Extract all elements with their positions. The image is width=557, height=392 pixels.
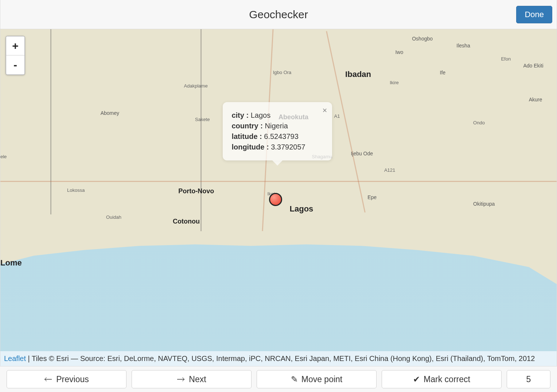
next-label: Next [189,374,206,384]
place-label: Efon [501,56,511,62]
counter-input[interactable] [507,370,550,388]
place-label: Lome [0,258,22,268]
place-label: Ondo [473,120,485,125]
place-label: Ado Ekiti [523,63,543,69]
place-label: Akure [529,97,542,102]
close-icon[interactable]: × [323,106,327,115]
place-label: Sakete [195,117,210,122]
done-button[interactable]: Done [516,6,552,23]
place-label: Ilesha [456,43,470,48]
place-label: Oshogbo [412,36,433,42]
popup-field: longitude : 3.3792057 [231,142,315,152]
place-label: Porto-Novo [178,187,214,195]
mark-correct-button[interactable]: ✔ Mark correct [382,370,502,388]
move-point-label: Move point [301,374,343,384]
popup-field: country : Nigeria [231,121,315,131]
place-label: Ikire [390,80,399,85]
popup-field: city : Lagos [231,110,315,121]
map-marker[interactable] [269,193,282,206]
place-label: ele [0,154,7,159]
footer-toolbar: 🡐 Previous 🡒 Next ✎ Move point ✔ Mark co… [0,366,557,392]
move-point-button[interactable]: ✎ Move point [257,370,377,388]
map-canvas[interactable]: OshogboIwoIleshaEfonAdo EkitiIfeIgbo Ora… [0,29,557,366]
place-label: Abomey [101,110,119,116]
place-label: Okitipupa [473,201,495,207]
place-label: Lokossa [67,187,85,193]
place-label: Ijebu Ode [351,151,373,156]
place-label: Epe [367,194,377,200]
place-label: Iwo [395,49,403,55]
place-label: Adakplame [184,83,208,89]
place-label: Ouidah [106,214,121,220]
marker-popup: × city : Lagoscountry : Nigerialatitude … [223,102,332,160]
place-label: Ibadan [345,70,371,79]
page-title: Geochecker [249,8,308,21]
leaflet-link[interactable]: Leaflet [4,354,26,362]
arrow-left-icon: 🡐 [44,374,52,384]
mark-correct-label: Mark correct [424,374,470,384]
ocean-shape [0,225,557,366]
popup-field: latitude : 6.5243793 [231,131,315,142]
previous-label: Previous [56,374,89,384]
previous-button[interactable]: 🡐 Previous [7,370,126,388]
map-attribution: Leaflet | Tiles © Esri — Source: Esri, D… [0,351,557,366]
arrow-right-icon: 🡒 [177,374,185,384]
zoom-control: + - [5,36,25,75]
check-icon: ✔ [413,374,420,384]
next-button[interactable]: 🡒 Next [132,370,252,388]
place-label: A1 [334,113,340,119]
attribution-text: | Tiles © Esri — Source: Esri, DeLorme, … [26,354,535,362]
header-bar: Geochecker Done [0,0,557,29]
place-label: Cotonou [173,218,200,225]
edit-icon: ✎ [291,374,298,384]
zoom-out-button[interactable]: - [6,55,24,74]
zoom-in-button[interactable]: + [6,36,24,55]
place-label: Lagos [290,204,313,214]
place-label: Ife [440,70,446,75]
place-label: A121 [384,167,395,173]
place-label: Igbo Ora [273,70,292,75]
